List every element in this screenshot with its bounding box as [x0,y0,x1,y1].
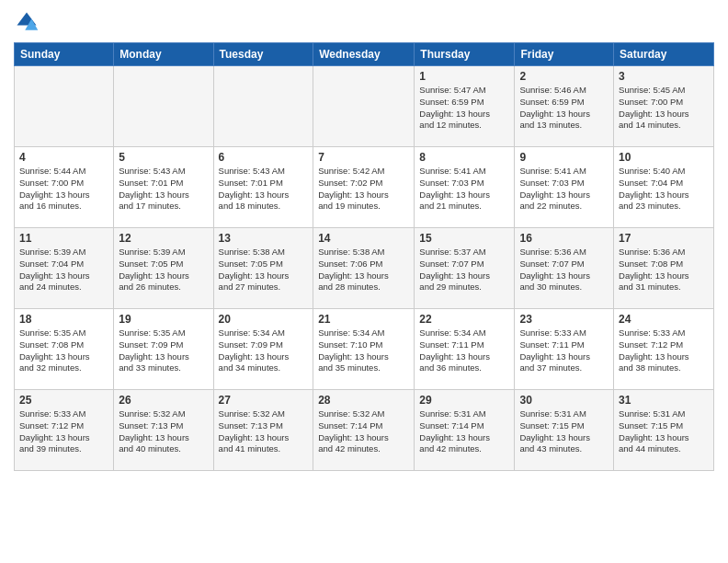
calendar-cell: 5Sunrise: 5:43 AMSunset: 7:01 PMDaylight… [114,147,213,228]
calendar-cell: 15Sunrise: 5:37 AMSunset: 7:07 PMDayligh… [415,228,515,309]
day-info: Sunrise: 5:43 AM [119,166,208,178]
day-number: 13 [219,232,309,245]
day-info: and 18 minutes. [219,201,309,213]
day-info: Sunset: 7:13 PM [219,420,309,432]
day-number: 3 [619,70,709,83]
day-number: 10 [619,151,709,164]
calendar-cell: 24Sunrise: 5:33 AMSunset: 7:12 PMDayligh… [614,309,714,390]
day-info: Sunset: 7:09 PM [119,339,208,351]
day-info: Sunset: 7:09 PM [219,339,309,351]
weekday-header-tuesday: Tuesday [213,43,313,66]
day-info: Sunset: 7:03 PM [419,178,509,190]
calendar-cell: 30Sunrise: 5:31 AMSunset: 7:15 PMDayligh… [515,390,614,471]
day-info: Sunset: 7:14 PM [318,420,409,432]
calendar-cell [313,66,415,147]
weekday-header-thursday: Thursday [415,43,515,66]
day-info: Daylight: 13 hours [419,432,509,444]
day-info: Sunrise: 5:43 AM [219,166,309,178]
day-info: and 12 minutes. [419,120,509,132]
calendar-cell: 4Sunrise: 5:44 AMSunset: 7:00 PMDaylight… [15,147,114,228]
calendar-cell: 8Sunrise: 5:41 AMSunset: 7:03 PMDaylight… [415,147,515,228]
day-info: Sunset: 7:07 PM [419,259,509,270]
day-info: and 33 minutes. [119,362,208,374]
day-number: 16 [519,232,609,245]
calendar-cell: 10Sunrise: 5:40 AMSunset: 7:04 PMDayligh… [614,147,714,228]
calendar-cell [213,66,313,147]
calendar-cell: 26Sunrise: 5:32 AMSunset: 7:13 PMDayligh… [114,390,213,471]
day-info: and 38 minutes. [619,362,709,374]
day-info: and 32 minutes. [19,362,108,374]
day-number: 7 [318,151,409,164]
logo-icon [14,9,40,35]
day-info: Sunrise: 5:42 AM [318,166,409,178]
day-number: 22 [419,313,509,326]
day-info: and 24 minutes. [19,282,108,293]
day-info: and 44 minutes. [619,443,709,455]
day-number: 26 [119,394,208,407]
day-info: Daylight: 13 hours [619,351,709,363]
day-info: and 13 minutes. [519,120,609,132]
day-info: and 35 minutes. [318,362,409,374]
day-info: and 43 minutes. [519,443,609,455]
calendar-cell: 11Sunrise: 5:39 AMSunset: 7:04 PMDayligh… [15,228,114,309]
day-number: 31 [619,394,709,407]
day-number: 8 [419,151,509,164]
day-info: Daylight: 13 hours [519,190,609,201]
day-info: Sunrise: 5:38 AM [318,247,409,259]
day-number: 28 [318,394,409,407]
day-info: Sunset: 7:14 PM [419,420,509,432]
day-info: Sunrise: 5:32 AM [219,408,309,420]
day-info: Sunrise: 5:34 AM [318,327,409,339]
day-info: Sunrise: 5:36 AM [519,247,609,259]
day-number: 30 [519,394,609,407]
calendar-week-3: 11Sunrise: 5:39 AMSunset: 7:04 PMDayligh… [15,228,714,309]
day-info: and 31 minutes. [619,282,709,293]
day-info: and 26 minutes. [119,282,208,293]
day-info: Daylight: 13 hours [318,270,409,282]
calendar-cell: 13Sunrise: 5:38 AMSunset: 7:05 PMDayligh… [213,228,313,309]
calendar-cell: 16Sunrise: 5:36 AMSunset: 7:07 PMDayligh… [515,228,614,309]
day-info: Sunset: 7:15 PM [519,420,609,432]
day-info: Sunset: 7:00 PM [19,178,108,190]
day-info: and 40 minutes. [119,443,208,455]
day-info: Daylight: 13 hours [119,432,208,444]
calendar-cell: 3Sunrise: 5:45 AMSunset: 7:00 PMDaylight… [614,66,714,147]
day-number: 25 [19,394,108,407]
day-info: Daylight: 13 hours [119,351,208,363]
day-info: Sunrise: 5:40 AM [619,166,709,178]
day-number: 15 [419,232,509,245]
day-number: 27 [219,394,309,407]
day-info: and 21 minutes. [419,201,509,213]
calendar-week-5: 25Sunrise: 5:33 AMSunset: 7:12 PMDayligh… [15,390,714,471]
day-number: 12 [119,232,208,245]
day-info: and 41 minutes. [219,443,309,455]
day-info: Daylight: 13 hours [19,270,108,282]
day-info: Sunset: 7:11 PM [519,339,609,351]
day-info: Sunrise: 5:31 AM [619,408,709,420]
day-number: 17 [619,232,709,245]
day-number: 1 [419,70,509,83]
day-info: and 14 minutes. [619,120,709,132]
day-info: Sunset: 7:08 PM [619,259,709,270]
calendar-cell: 29Sunrise: 5:31 AMSunset: 7:14 PMDayligh… [415,390,515,471]
calendar-cell: 25Sunrise: 5:33 AMSunset: 7:12 PMDayligh… [15,390,114,471]
day-info: Sunrise: 5:39 AM [19,247,108,259]
calendar-cell: 21Sunrise: 5:34 AMSunset: 7:10 PMDayligh… [313,309,415,390]
day-info: Sunrise: 5:31 AM [519,408,609,420]
day-info: and 30 minutes. [519,282,609,293]
day-info: Sunset: 6:59 PM [419,97,509,109]
day-info: and 28 minutes. [318,282,409,293]
day-info: and 29 minutes. [419,282,509,293]
day-info: and 42 minutes. [318,443,409,455]
day-info: Daylight: 13 hours [619,109,709,121]
day-info: Daylight: 13 hours [119,190,208,201]
day-info: Sunrise: 5:36 AM [619,247,709,259]
calendar-cell: 18Sunrise: 5:35 AMSunset: 7:08 PMDayligh… [15,309,114,390]
day-info: and 17 minutes. [119,201,208,213]
day-info: Sunrise: 5:45 AM [619,85,709,97]
day-info: and 42 minutes. [419,443,509,455]
day-info: Sunrise: 5:39 AM [119,247,208,259]
day-info: Sunrise: 5:47 AM [419,85,509,97]
calendar-cell: 27Sunrise: 5:32 AMSunset: 7:13 PMDayligh… [213,390,313,471]
calendar-cell: 12Sunrise: 5:39 AMSunset: 7:05 PMDayligh… [114,228,213,309]
